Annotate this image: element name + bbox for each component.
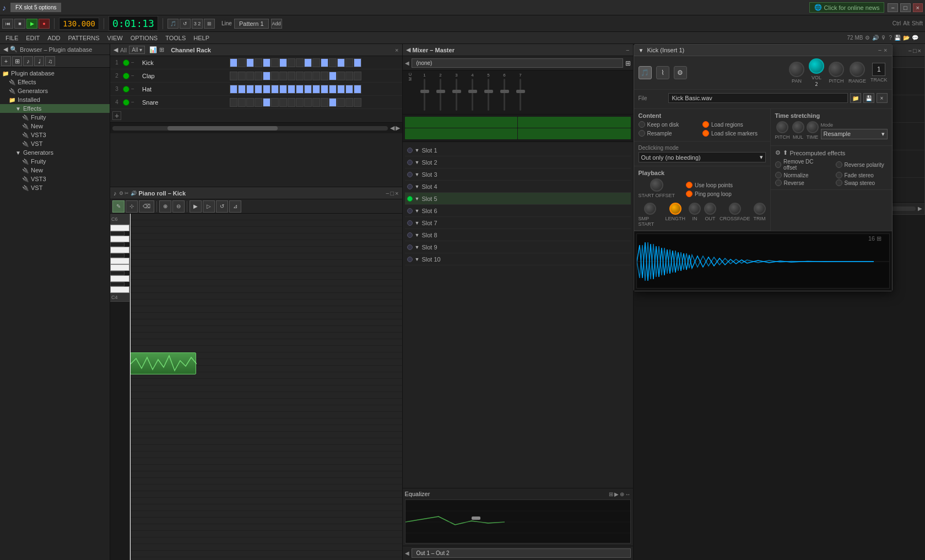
sidebar-item-vst-2[interactable]: 🔌 VST [0,183,110,192]
load-slice-cbx[interactable] [702,130,709,137]
piano-key-eb5[interactable] [110,271,125,275]
declick-select[interactable]: Out only (no bleeding) ▾ [639,152,766,162]
slot-toggle-3[interactable]: ▼ [415,172,420,177]
piano-key-a5[interactable] [110,236,129,242]
sidebar-toolbar-btn2[interactable]: ⊞ [12,56,22,66]
sidebar-item-vst3-1[interactable]: 🔌 VST3 [0,131,110,139]
output-select[interactable]: Out 1 – Out 2 [412,548,631,558]
record-btn[interactable]: ● [39,19,50,29]
pattern-display[interactable]: Pattern 1 [234,19,269,29]
slot-toggle-2[interactable]: ▼ [415,160,420,165]
kick-tab-settings[interactable]: ⚙ [674,66,687,79]
kick-file-save[interactable]: 💾 [863,93,874,103]
pat-hat-11[interactable] [312,85,320,94]
select-tool[interactable]: ⊹ [126,200,138,213]
fader-thumb-3[interactable] [452,90,461,93]
eq-btn-3[interactable]: ⊕ [620,491,624,497]
add-btn[interactable]: Add [271,19,282,29]
pat-snare-2[interactable] [238,98,246,107]
piano-key-g5[interactable] [110,247,129,253]
pat-clap-7[interactable] [279,72,287,80]
piano-key-bb5[interactable] [110,231,125,236]
pat-kick-11[interactable] [312,58,320,67]
pat-hat-6[interactable] [271,85,279,94]
kick-expand-icon[interactable]: ▼ [639,47,644,53]
channel-led-3[interactable] [123,86,129,93]
load-regions-cbx[interactable] [702,121,709,128]
pat-kick-1[interactable] [230,58,237,67]
piano-roll-max[interactable]: □ [390,190,394,197]
erase-tool[interactable]: ⌫ [139,200,154,213]
piano-key-ab5[interactable] [110,242,125,247]
pat-hat-4[interactable] [255,85,262,94]
fader-thumb-6[interactable] [500,90,509,93]
pat-snare-13[interactable] [329,98,337,107]
slot-toggle-7[interactable]: ▼ [415,220,420,226]
menu-options[interactable]: OPTIONS [127,34,161,42]
channel-mute-3[interactable]: − [131,86,140,92]
fader-track-2[interactable] [440,79,441,111]
play-btn[interactable]: ▶ [26,19,37,29]
pat-clap-6[interactable] [271,72,279,80]
pat-hat-9[interactable] [296,85,304,94]
knob-pitch[interactable] [829,62,844,77]
fader-thumb-2[interactable] [436,90,445,93]
sidebar-item-generators-1[interactable]: 🔌 Generators [0,86,110,95]
pat-hat-2[interactable] [238,85,246,94]
fader-track-6[interactable] [504,79,505,111]
eq-btn-4[interactable]: ↔ [625,491,631,497]
channel-mute-1[interactable]: − [131,59,140,66]
scroll-left-btn[interactable]: ◀ [390,124,394,132]
sidebar-nav-back[interactable]: ◀ [3,46,8,53]
sidebar-item-vst3-2[interactable]: 🔌 VST3 [0,175,110,183]
knob-pan[interactable] [789,62,804,77]
fader-thumb-4[interactable] [468,90,477,93]
loop-selection[interactable]: ↺ [216,200,228,213]
sidebar-item-effects-2[interactable]: ▼ Effects [0,104,110,113]
mixer-slot-8[interactable]: ▼ Slot 8 [405,229,631,241]
kick-tab-main[interactable]: 🎵 [639,66,652,79]
scroll-right-btn[interactable]: ▶ [396,124,400,132]
piano-key-gb5[interactable] [110,253,125,258]
length-knob[interactable] [669,203,681,215]
sidebar-toolbar-btn1[interactable]: + [1,56,11,66]
channel-led-1[interactable] [123,59,129,66]
fader-track-7[interactable] [520,79,521,111]
playlist-scroll-right[interactable]: ▶ [918,205,922,211]
mixer-slot-5[interactable]: ▼ Slot 5 [405,193,631,205]
sidebar-item-fruity-1[interactable]: 🔌 Fruity [0,113,110,122]
effect-swap-stereo-cbx[interactable] [836,180,842,186]
sidebar-item-plugin-database[interactable]: 📁 Plugin database [0,69,110,78]
minimize-btn[interactable]: − [888,3,897,12]
menu-tools[interactable]: TOOLS [162,34,189,42]
pat-kick-8[interactable] [288,58,295,67]
mixer-slot-3[interactable]: ▼ Slot 3 [405,168,631,181]
sidebar-item-vst-1[interactable]: 🔌 VST [0,139,110,148]
sidebar-toolbar-btn4[interactable]: ♩ [34,56,44,66]
pat-clap-2[interactable] [238,72,246,80]
mixer-slot-6[interactable]: ▼ Slot 6 [405,205,631,217]
playlist-close[interactable]: × [918,47,921,54]
pat-clap-10[interactable] [304,72,312,80]
pat-hat-10[interactable] [304,85,312,94]
ping-pong-cbx[interactable] [686,191,693,197]
pat-kick-9[interactable] [296,58,304,67]
sidebar-item-fruity-2[interactable]: 🔌 Fruity [0,157,110,166]
preview-piano[interactable]: ⊿ [229,200,241,213]
ts-mode-select[interactable]: Resample ▾ [821,129,888,139]
slot-toggle-4[interactable]: ▼ [415,184,420,189]
pat-snare-1[interactable] [230,98,237,107]
playlist-min[interactable]: − [908,47,911,54]
metronome-btn[interactable]: 🎵 [167,19,178,29]
mixer-min[interactable]: − [626,47,629,53]
fader-track-4[interactable] [472,79,473,111]
maximize-btn[interactable]: □ [900,3,911,12]
knob-track[interactable]: 1 [872,63,885,76]
play-selection[interactable]: ▷ [203,200,215,213]
pat-kick-16[interactable] [354,58,361,67]
playback-offset-knob[interactable] [650,178,663,192]
stop-btn[interactable]: ■ [14,19,25,29]
fader-track-1[interactable] [424,79,425,111]
pat-hat-13[interactable] [329,85,337,94]
pat-kick-6[interactable] [271,58,279,67]
